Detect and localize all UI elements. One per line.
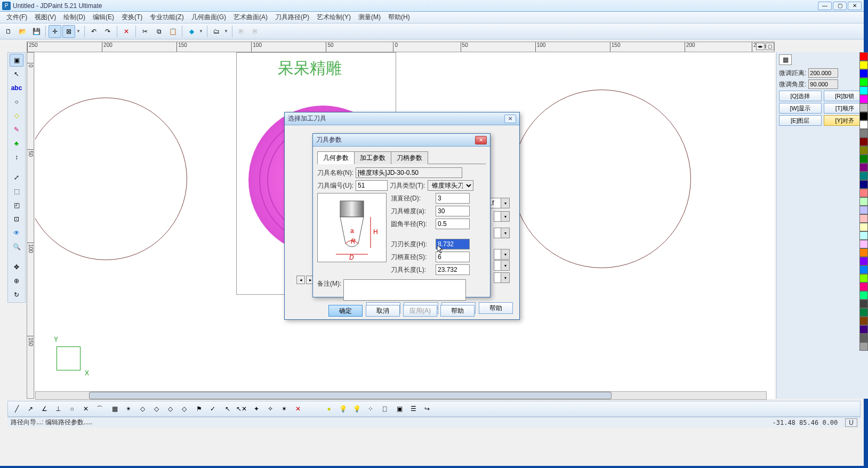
color-swatch[interactable] bbox=[859, 155, 868, 163]
color-swatch[interactable] bbox=[859, 197, 868, 206]
graph-icon[interactable]: ✴ bbox=[122, 402, 135, 415]
arrow-icon[interactable]: ↗ bbox=[24, 402, 37, 415]
tree-icon[interactable]: ♣ bbox=[10, 137, 23, 150]
circle-icon[interactable]: ○ bbox=[10, 95, 23, 108]
color-swatch[interactable] bbox=[859, 120, 868, 129]
pick1-icon[interactable]: ↖ bbox=[221, 402, 234, 415]
cross-icon[interactable]: ✕ bbox=[79, 402, 92, 415]
color-swatch[interactable] bbox=[859, 317, 868, 325]
tool-type-select[interactable]: 锥度球头刀 bbox=[428, 180, 473, 191]
polygon-icon[interactable]: ◇ bbox=[10, 109, 23, 122]
pointer-icon[interactable]: ↖ bbox=[10, 68, 23, 80]
new-icon[interactable]: 🗋 bbox=[2, 25, 15, 38]
w-show-button[interactable]: [W]显示 bbox=[779, 103, 822, 114]
close-button[interactable]: ✕ bbox=[848, 2, 862, 10]
select-box-icon[interactable]: ▣ bbox=[10, 54, 23, 67]
tool-len-input[interactable] bbox=[436, 264, 470, 275]
rhomb4-icon[interactable]: ◇ bbox=[178, 402, 190, 415]
color-swatch[interactable] bbox=[859, 61, 868, 69]
tool-id-input[interactable] bbox=[356, 180, 388, 191]
color-swatch[interactable] bbox=[859, 172, 868, 180]
layer-icon[interactable]: 🗂 bbox=[210, 25, 223, 38]
color-swatch[interactable] bbox=[859, 265, 868, 274]
zoom-extent-icon[interactable]: ◰ bbox=[10, 199, 23, 212]
color-swatch[interactable] bbox=[859, 334, 868, 342]
color-swatch[interactable] bbox=[859, 300, 868, 308]
shield1-icon[interactable]: ⛨ bbox=[235, 25, 248, 38]
color-swatch[interactable] bbox=[859, 52, 868, 61]
star2-icon[interactable]: ✧ bbox=[264, 402, 277, 415]
color-swatch[interactable] bbox=[859, 112, 868, 120]
zoom-all-icon[interactable]: ⊡ bbox=[10, 213, 23, 225]
delete-icon[interactable]: ✕ bbox=[120, 25, 133, 38]
grid-icon[interactable]: ▦ bbox=[108, 402, 121, 415]
shield2-icon[interactable]: ⛨ bbox=[249, 25, 262, 38]
bulb2-icon[interactable]: 💡 bbox=[350, 402, 363, 415]
flag-icon[interactable]: ⚑ bbox=[192, 402, 205, 415]
color-dropdown-icon[interactable]: ▼ bbox=[199, 29, 204, 34]
chevron-down-icon[interactable]: ▾ bbox=[501, 228, 509, 238]
color-swatch[interactable] bbox=[859, 257, 868, 265]
paste-icon[interactable]: 📋 bbox=[166, 25, 179, 38]
pan-icon[interactable]: ✥ bbox=[10, 261, 23, 273]
mark-icon[interactable]: ✓ bbox=[206, 402, 219, 415]
maximize-button[interactable]: ▢ bbox=[833, 2, 847, 10]
snap-dropdown-icon[interactable]: ▼ bbox=[76, 29, 82, 34]
bulb-off-icon[interactable]: 💡 bbox=[336, 402, 349, 415]
combo-4[interactable]: ▾ bbox=[494, 249, 510, 260]
menu-measure[interactable]: 测量(M) bbox=[355, 12, 384, 23]
color-swatch[interactable] bbox=[859, 308, 868, 317]
color-swatch[interactable] bbox=[859, 86, 868, 95]
chevron-down-icon[interactable]: ▾ bbox=[501, 198, 509, 208]
color-swatch[interactable] bbox=[859, 342, 868, 351]
ok-button[interactable]: 确定 bbox=[328, 305, 363, 317]
ruler-collapse-icon[interactable]: ◂▸ bbox=[756, 43, 765, 50]
horizontal-scrollbar[interactable] bbox=[35, 391, 767, 400]
memo-input[interactable] bbox=[343, 279, 466, 301]
tool-name-input[interactable] bbox=[356, 167, 462, 178]
menu-art-surface[interactable]: 艺术曲面(A) bbox=[230, 12, 271, 23]
perp-icon[interactable]: ⊥ bbox=[52, 402, 65, 415]
chevron-down-icon[interactable]: ▾ bbox=[501, 212, 509, 221]
combo-5[interactable]: ▾ bbox=[494, 260, 510, 271]
layer-swatch-icon[interactable]: ▦ bbox=[779, 54, 792, 65]
arc-icon[interactable]: ⌒ bbox=[93, 402, 106, 415]
combo-3[interactable]: ▾ bbox=[494, 228, 510, 238]
zoom-region-icon[interactable]: 🔍 bbox=[10, 240, 23, 253]
menu-geom-surface[interactable]: 几何曲面(G) bbox=[188, 12, 229, 23]
color-swatch[interactable] bbox=[859, 103, 868, 112]
color-swatch[interactable] bbox=[859, 231, 868, 240]
eye-icon[interactable]: 👁 bbox=[10, 227, 23, 239]
color-swatch[interactable] bbox=[859, 223, 868, 231]
export-icon[interactable]: ↪ bbox=[421, 402, 433, 415]
q-select-button[interactable]: [Q]选择 bbox=[779, 91, 822, 101]
taper-input[interactable] bbox=[436, 206, 470, 216]
star1-icon[interactable]: ✦ bbox=[250, 402, 263, 415]
open-icon[interactable]: 📂 bbox=[16, 25, 29, 38]
pen-icon[interactable]: ✎ bbox=[10, 123, 23, 136]
menu-edit[interactable]: 编辑(E) bbox=[90, 12, 117, 23]
chevron-down-icon[interactable]: ▾ bbox=[501, 261, 509, 270]
color-swatch[interactable] bbox=[859, 180, 868, 189]
corner-r-input[interactable] bbox=[436, 219, 470, 229]
select-tool-close-icon[interactable]: ✕ bbox=[504, 115, 516, 123]
color-swatch[interactable] bbox=[859, 163, 868, 172]
minimize-button[interactable]: — bbox=[818, 2, 832, 10]
snap-cross-icon[interactable]: ✛ bbox=[49, 25, 61, 38]
refresh-icon[interactable]: ↻ bbox=[10, 288, 23, 301]
line-icon[interactable]: ╱ bbox=[10, 402, 23, 415]
del-icon[interactable]: ✕ bbox=[292, 402, 304, 415]
menu-help[interactable]: 帮助(H) bbox=[385, 12, 413, 23]
color-swatch[interactable] bbox=[859, 78, 868, 86]
tab-holder[interactable]: 刀柄参数 bbox=[391, 151, 428, 164]
color-swatch[interactable] bbox=[859, 69, 868, 78]
chevron-down-icon[interactable]: ▾ bbox=[501, 273, 509, 283]
undo-icon[interactable]: ↶ bbox=[87, 25, 100, 38]
snap-box-icon[interactable]: ⊠ bbox=[62, 25, 75, 38]
cancel-button[interactable]: 取消 bbox=[366, 305, 400, 317]
list-icon[interactable]: ☰ bbox=[407, 402, 420, 415]
color-swatch[interactable] bbox=[859, 214, 868, 223]
tab-geometry[interactable]: 几何参数 bbox=[317, 151, 355, 164]
color-swatch[interactable] bbox=[859, 274, 868, 283]
color-swatch[interactable] bbox=[859, 146, 868, 155]
